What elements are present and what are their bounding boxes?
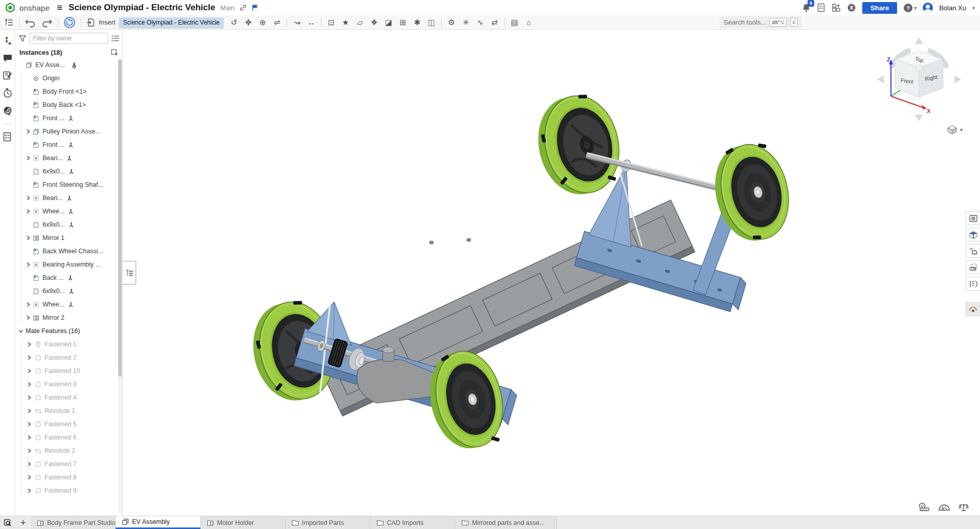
appearance-icon[interactable]: ✱ — [410, 16, 424, 29]
document-tab[interactable]: Motor Holder — [201, 516, 286, 529]
measure-distance-icon[interactable] — [919, 502, 930, 512]
tree-item[interactable]: 6x9x0... — [15, 165, 122, 178]
expand-chevron-icon[interactable] — [25, 75, 33, 81]
share-link-icon[interactable] — [239, 4, 247, 12]
view-mode-button[interactable]: ▾ — [947, 125, 963, 135]
custom-features-icon[interactable]: ✳ — [459, 16, 472, 29]
expand-chevron-icon[interactable] — [25, 128, 33, 135]
user-avatar[interactable] — [923, 3, 933, 13]
learning-center-icon[interactable] — [3, 106, 13, 116]
expand-chevron-icon[interactable] — [25, 115, 33, 121]
user-menu-caret-icon[interactable]: ▾ — [972, 5, 975, 11]
view-options-icon[interactable] — [111, 35, 119, 42]
expand-chevron-icon[interactable] — [25, 261, 33, 268]
tree-item[interactable]: Front ... — [15, 112, 122, 125]
vehicle-3d-model[interactable] — [123, 30, 980, 516]
wheel-front-left[interactable] — [529, 88, 628, 202]
expand-chevron-icon[interactable] — [26, 434, 34, 440]
panel-collapse-handle[interactable] — [123, 261, 136, 284]
expand-chevron-icon[interactable] — [18, 62, 26, 68]
expand-chevron-icon[interactable] — [25, 288, 33, 294]
configurations-icon[interactable]: ⚙ — [445, 16, 458, 29]
expand-chevron-icon[interactable] — [26, 474, 34, 480]
transform-icon[interactable]: ▱ — [353, 16, 366, 29]
named-views-icon[interactable]: ⊞ — [396, 16, 409, 29]
insert-icon[interactable] — [86, 18, 95, 27]
expand-chevron-icon[interactable] — [26, 448, 34, 454]
expand-chevron-icon[interactable] — [25, 195, 33, 201]
expand-chevron-icon[interactable] — [26, 421, 34, 427]
expand-chevron-icon[interactable] — [25, 235, 33, 241]
tree-item[interactable]: Front Steering Shaf... — [15, 178, 122, 191]
expand-chevron-icon[interactable] — [26, 381, 34, 387]
sync-update-icon[interactable] — [63, 16, 76, 29]
search-tools[interactable]: Search tools... alt/⌥ c — [720, 16, 802, 28]
configurations-panel-button[interactable] — [966, 244, 980, 258]
expand-chevron-icon[interactable] — [25, 168, 33, 174]
expand-chevron-icon[interactable] — [25, 222, 33, 228]
relations-icon[interactable]: ⇌ — [270, 16, 284, 29]
expand-chevron-icon[interactable] — [25, 142, 33, 148]
expand-chevron-icon[interactable] — [25, 182, 33, 188]
add-instance-icon[interactable] — [111, 49, 118, 56]
tree-item[interactable]: Body Front <1> — [15, 85, 122, 98]
mate-feature-item[interactable]: Fastened 8 — [15, 471, 122, 484]
feature-icon[interactable]: ★ — [339, 16, 352, 29]
expand-chevron-icon[interactable] — [26, 341, 34, 347]
document-tab[interactable]: Body Frame Part Studio — [31, 516, 116, 529]
expand-chevron-icon[interactable] — [26, 408, 34, 414]
document-tab[interactable]: EV Assembly — [116, 516, 201, 529]
mate-feature-item[interactable]: Fastened 2 — [15, 351, 122, 364]
belt-icon[interactable]: ∿ — [473, 16, 487, 29]
tree-item[interactable]: Body Back <1> — [15, 98, 122, 112]
redo-icon[interactable] — [40, 16, 53, 29]
document-tab[interactable]: Mirrored parts and asse... — [455, 516, 557, 529]
workspace-label[interactable]: Main — [220, 4, 234, 12]
notifications-button[interactable]: 6 — [802, 3, 811, 12]
mate-feature-item[interactable]: Revolute 1 — [15, 404, 122, 417]
tree-item[interactable]: Bearing Assembly ... — [15, 258, 122, 271]
mate-feature-item[interactable]: Fastened 5 — [15, 417, 122, 431]
filter-icon[interactable] — [18, 34, 27, 42]
edu-badge-icon[interactable] — [251, 4, 259, 12]
panel-scrollbar[interactable] — [118, 58, 122, 514]
group-icon[interactable]: ✥ — [242, 16, 255, 29]
bom-icon[interactable]: ▤ — [508, 16, 521, 29]
versions-icon[interactable] — [3, 36, 13, 46]
panel-scrollbar-thumb[interactable] — [118, 59, 122, 377]
notes-icon[interactable] — [3, 71, 12, 80]
measure-icon[interactable]: ↔ — [304, 16, 318, 29]
mate-icon[interactable]: ↺ — [227, 16, 241, 29]
document-tab[interactable]: Imported Parts — [286, 516, 371, 529]
replicate-icon[interactable]: ⇄ — [488, 16, 501, 29]
learning-sphere-icon[interactable] — [847, 3, 856, 12]
filter-input[interactable] — [29, 33, 108, 44]
exploded-view-icon[interactable]: ❖ — [367, 16, 381, 29]
tree-item[interactable]: Origin — [15, 72, 122, 85]
tree-item[interactable]: Mirror 2 — [15, 311, 122, 324]
view-cube[interactable]: Top Front Right Z X Y — [876, 36, 963, 123]
expand-chevron-icon[interactable] — [26, 461, 34, 467]
display-states-icon[interactable]: ◫ — [425, 16, 438, 29]
expand-chevron-icon[interactable] — [26, 488, 34, 494]
insert-label[interactable]: Insert — [99, 18, 116, 26]
expand-chevron-icon[interactable] — [25, 102, 33, 108]
tasks-icon[interactable] — [817, 3, 825, 12]
toolbar-divider[interactable] — [504, 18, 505, 27]
mate-feature-item[interactable]: Fastened 3 — [15, 378, 122, 391]
tree-item[interactable]: Beari... — [15, 151, 122, 165]
box-select-icon[interactable]: ⊡ — [324, 16, 338, 29]
tree-item[interactable]: 6x9x0... — [15, 284, 122, 298]
named-views-panel-button[interactable] — [966, 228, 980, 241]
custom-tables-panel-button[interactable] — [966, 277, 980, 291]
expand-chevron-icon[interactable] — [25, 89, 33, 95]
expand-chevron-icon[interactable] — [25, 155, 33, 161]
menu-icon[interactable]: ≡ — [57, 2, 62, 13]
standard-content-icon[interactable]: ⌂ — [522, 16, 535, 29]
mate-feature-item[interactable]: Fastened 10 — [15, 364, 122, 378]
graphics-area[interactable]: Top Front Right Z X Y — [123, 30, 980, 516]
bom-table-button[interactable] — [966, 211, 980, 225]
expand-chevron-icon[interactable] — [25, 315, 33, 321]
dof-icon[interactable]: ⊕ — [256, 16, 269, 29]
tree-item[interactable]: Beari... — [15, 191, 122, 205]
